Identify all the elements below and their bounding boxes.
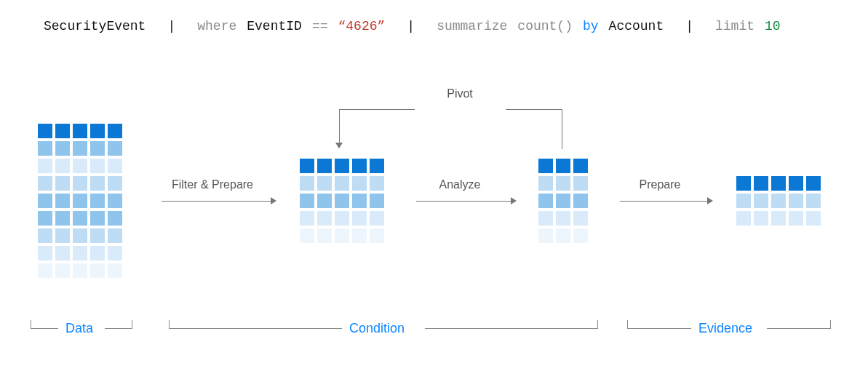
grid-cell [806,211,821,226]
grid-cell [38,176,52,191]
grid-cell [538,228,553,243]
grid-cell [73,246,87,260]
grid-cell [370,159,384,173]
grid-cell [573,159,588,173]
data-section-label: Data [58,321,100,336]
grid-cell [108,228,122,243]
condition-grid-2 [538,159,588,243]
data-bracket: Data [31,317,132,335]
grid-cell [108,124,122,138]
query-token: summarize [437,19,507,33]
arrow-line-3 [620,201,707,202]
grid-cell [335,194,349,208]
grid-cell [317,194,332,208]
grid-cell [335,176,349,191]
grid-cell [736,194,751,208]
evidence-grid [736,176,821,226]
grid-cell [73,211,87,226]
grid-cell [317,211,332,226]
grid-cell [573,194,588,208]
grid-cell [736,211,751,226]
grid-cell [806,176,821,191]
query-token: Account [609,19,664,33]
arrow-line-1 [162,201,271,202]
condition-grid-1 [300,159,384,243]
grid-cell [90,176,105,191]
grid-cell [754,211,768,226]
query-token: SecurityEvent [44,19,146,33]
grid-cell [108,246,122,260]
grid-cell [573,228,588,243]
arrow-head-1 [271,197,276,204]
grid-cell [73,263,87,278]
grid-cell [55,246,70,260]
query-token: where [197,19,236,33]
grid-cell [300,194,314,208]
grid-cell [73,228,87,243]
grid-cell [108,263,122,278]
grid-cell [73,176,87,191]
grid-cell [538,176,553,191]
query-token: EventID [247,19,302,33]
grid-cell [108,141,122,156]
grid-cell [300,211,314,226]
grid-cell [352,194,367,208]
grid-cell [352,228,367,243]
pipe-separator: | [395,19,426,33]
query-token: limit [715,19,754,33]
grid-cell [300,228,314,243]
grid-cell [73,159,87,173]
query-token: count() [517,19,573,33]
grid-cell [556,211,570,226]
grid-cell [55,141,70,156]
arrow-head-3 [707,197,713,204]
arrow-head-2 [511,197,517,204]
grid-cell [370,211,384,226]
grid-cell [73,124,87,138]
grid-cell [55,263,70,278]
grid-cell [573,176,588,191]
pipe-separator: | [156,19,187,33]
query-token: 10 [765,19,781,33]
arrow-line-2 [416,201,511,202]
grid-cell [352,176,367,191]
grid-cell [38,159,52,173]
grid-cell [556,228,570,243]
pivot-arrow-head [335,143,343,148]
grid-cell [754,194,768,208]
prepare-label: Prepare [620,178,700,191]
analyze-label: Analyze [416,178,503,191]
pivot-line-h-left [339,109,415,110]
grid-cell [789,194,803,208]
pivot-line-down [339,109,340,143]
kql-query: SecurityEvent|whereEventID==“4626”|summa… [44,19,839,33]
grid-cell [55,176,70,191]
grid-cell [108,176,122,191]
grid-cell [352,211,367,226]
query-token: by [583,19,599,33]
diagram-stage: Filter & Prepare Analyze Prepare Pivot D… [38,87,830,335]
grid-cell [317,176,332,191]
grid-cell [38,211,52,226]
grid-cell [90,124,105,138]
query-token: == [312,19,328,33]
grid-cell [806,194,821,208]
pipe-separator: | [674,19,705,33]
grid-cell [335,159,349,173]
grid-cell [335,211,349,226]
grid-cell [90,159,105,173]
grid-cell [55,228,70,243]
grid-cell [108,194,122,208]
grid-cell [789,176,803,191]
grid-cell [771,194,786,208]
grid-cell [108,211,122,226]
grid-cell [38,228,52,243]
grid-cell [771,176,786,191]
pivot-line-up [562,109,562,149]
grid-cell [108,159,122,173]
pivot-label: Pivot [416,87,503,100]
grid-cell [736,176,751,191]
query-token: “4626” [338,19,386,33]
pivot-line-h-right [506,109,562,110]
grid-cell [90,194,105,208]
